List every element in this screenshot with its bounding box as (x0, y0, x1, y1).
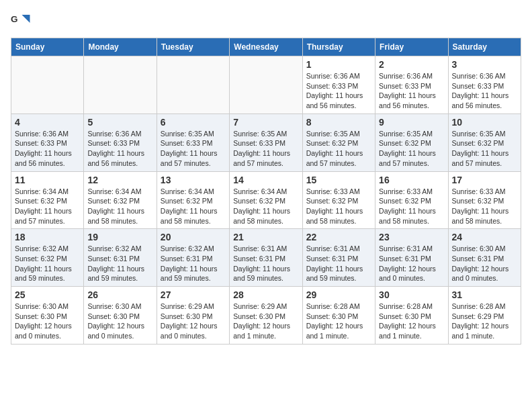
calendar-day (230, 56, 302, 114)
day-number: 26 (87, 289, 152, 300)
day-info: Sunrise: 6:30 AMSunset: 6:30 PMDaylight:… (15, 302, 80, 341)
day-info: Sunrise: 6:36 AMSunset: 6:33 PMDaylight:… (306, 71, 371, 111)
calendar-day: 23Sunrise: 6:31 AMSunset: 6:31 PMDayligh… (375, 229, 448, 287)
day-info: Sunrise: 6:28 AMSunset: 6:29 PMDaylight:… (452, 302, 517, 341)
weekday-header-monday: Monday (84, 38, 157, 56)
day-number: 13 (161, 175, 226, 185)
calendar-day: 10Sunrise: 6:35 AMSunset: 6:32 PMDayligh… (448, 113, 521, 171)
day-number: 18 (15, 232, 80, 242)
weekday-header-thursday: Thursday (302, 38, 375, 56)
calendar-day: 7Sunrise: 6:35 AMSunset: 6:33 PMDaylight… (230, 113, 302, 171)
day-info: Sunrise: 6:29 AMSunset: 6:30 PMDaylight:… (233, 302, 298, 341)
calendar-day: 26Sunrise: 6:30 AMSunset: 6:30 PMDayligh… (84, 287, 157, 345)
weekday-header-friday: Friday (375, 38, 448, 56)
day-number: 20 (161, 232, 226, 242)
day-info: Sunrise: 6:31 AMSunset: 6:31 PMDaylight:… (233, 244, 298, 283)
day-info: Sunrise: 6:34 AMSunset: 6:32 PMDaylight:… (161, 187, 226, 226)
day-number: 15 (306, 175, 371, 185)
day-info: Sunrise: 6:33 AMSunset: 6:32 PMDaylight:… (306, 187, 371, 226)
day-info: Sunrise: 6:32 AMSunset: 6:32 PMDaylight:… (15, 244, 80, 283)
day-number: 30 (379, 289, 444, 300)
day-number: 31 (452, 289, 517, 300)
day-number: 8 (306, 117, 371, 128)
logo-icon: G (11, 11, 31, 31)
calendar-day: 1Sunrise: 6:36 AMSunset: 6:33 PMDaylight… (302, 56, 375, 114)
day-info: Sunrise: 6:35 AMSunset: 6:32 PMDaylight:… (306, 129, 371, 169)
day-info: Sunrise: 6:28 AMSunset: 6:30 PMDaylight:… (306, 302, 371, 341)
day-number: 6 (161, 117, 226, 128)
svg-marker-1 (22, 15, 30, 23)
day-info: Sunrise: 6:29 AMSunset: 6:30 PMDaylight:… (161, 302, 226, 341)
day-number: 3 (452, 59, 517, 70)
day-info: Sunrise: 6:35 AMSunset: 6:32 PMDaylight:… (379, 129, 444, 169)
day-info: Sunrise: 6:33 AMSunset: 6:32 PMDaylight:… (379, 187, 444, 226)
day-number: 28 (233, 289, 298, 300)
calendar-day: 12Sunrise: 6:34 AMSunset: 6:32 PMDayligh… (84, 171, 157, 229)
calendar-day: 29Sunrise: 6:28 AMSunset: 6:30 PMDayligh… (302, 287, 375, 345)
day-number: 4 (15, 117, 80, 128)
calendar-day: 24Sunrise: 6:30 AMSunset: 6:31 PMDayligh… (448, 229, 521, 287)
calendar-day: 30Sunrise: 6:28 AMSunset: 6:30 PMDayligh… (375, 287, 448, 345)
calendar-day: 21Sunrise: 6:31 AMSunset: 6:31 PMDayligh… (230, 229, 302, 287)
day-number: 17 (452, 175, 517, 185)
day-number: 10 (452, 117, 517, 128)
day-info: Sunrise: 6:36 AMSunset: 6:33 PMDaylight:… (87, 129, 152, 169)
day-number: 11 (15, 175, 80, 185)
weekday-header-sunday: Sunday (11, 38, 84, 56)
day-info: Sunrise: 6:35 AMSunset: 6:33 PMDaylight:… (161, 129, 226, 169)
calendar-table: SundayMondayTuesdayWednesdayThursdayFrid… (11, 38, 521, 345)
weekday-header-wednesday: Wednesday (230, 38, 302, 56)
day-number: 24 (452, 232, 517, 242)
calendar-day: 13Sunrise: 6:34 AMSunset: 6:32 PMDayligh… (157, 171, 229, 229)
day-number: 7 (233, 117, 298, 128)
day-info: Sunrise: 6:32 AMSunset: 6:31 PMDaylight:… (161, 244, 226, 283)
calendar-day: 6Sunrise: 6:35 AMSunset: 6:33 PMDaylight… (157, 113, 229, 171)
calendar-week-row: 25Sunrise: 6:30 AMSunset: 6:30 PMDayligh… (11, 287, 521, 345)
day-info: Sunrise: 6:28 AMSunset: 6:30 PMDaylight:… (379, 302, 444, 341)
day-info: Sunrise: 6:30 AMSunset: 6:31 PMDaylight:… (452, 244, 517, 283)
day-number: 16 (379, 175, 444, 185)
calendar-day: 27Sunrise: 6:29 AMSunset: 6:30 PMDayligh… (157, 287, 229, 345)
calendar-day: 3Sunrise: 6:36 AMSunset: 6:33 PMDaylight… (448, 56, 521, 114)
calendar-day: 22Sunrise: 6:31 AMSunset: 6:31 PMDayligh… (302, 229, 375, 287)
calendar-day: 20Sunrise: 6:32 AMSunset: 6:31 PMDayligh… (157, 229, 229, 287)
calendar-day: 14Sunrise: 6:34 AMSunset: 6:32 PMDayligh… (230, 171, 302, 229)
calendar-week-row: 1Sunrise: 6:36 AMSunset: 6:33 PMDaylight… (11, 56, 521, 114)
calendar-day: 31Sunrise: 6:28 AMSunset: 6:29 PMDayligh… (448, 287, 521, 345)
calendar-day: 15Sunrise: 6:33 AMSunset: 6:32 PMDayligh… (302, 171, 375, 229)
calendar-week-row: 11Sunrise: 6:34 AMSunset: 6:32 PMDayligh… (11, 171, 521, 229)
day-info: Sunrise: 6:30 AMSunset: 6:30 PMDaylight:… (87, 302, 152, 341)
day-number: 19 (87, 232, 152, 242)
day-number: 27 (161, 289, 226, 300)
weekday-header-tuesday: Tuesday (157, 38, 229, 56)
calendar-day: 9Sunrise: 6:35 AMSunset: 6:32 PMDaylight… (375, 113, 448, 171)
calendar-day (157, 56, 229, 114)
day-info: Sunrise: 6:33 AMSunset: 6:32 PMDaylight:… (452, 187, 517, 226)
calendar-day: 11Sunrise: 6:34 AMSunset: 6:32 PMDayligh… (11, 171, 84, 229)
day-number: 5 (87, 117, 152, 128)
day-number: 9 (379, 117, 444, 128)
calendar-day: 2Sunrise: 6:36 AMSunset: 6:33 PMDaylight… (375, 56, 448, 114)
day-info: Sunrise: 6:32 AMSunset: 6:31 PMDaylight:… (87, 244, 152, 283)
calendar-day (84, 56, 157, 114)
calendar-day: 4Sunrise: 6:36 AMSunset: 6:33 PMDaylight… (11, 113, 84, 171)
day-info: Sunrise: 6:34 AMSunset: 6:32 PMDaylight:… (15, 187, 80, 226)
day-number: 23 (379, 232, 444, 242)
day-number: 2 (379, 59, 444, 70)
calendar-day: 5Sunrise: 6:36 AMSunset: 6:33 PMDaylight… (84, 113, 157, 171)
calendar-week-row: 4Sunrise: 6:36 AMSunset: 6:33 PMDaylight… (11, 113, 521, 171)
calendar-day: 18Sunrise: 6:32 AMSunset: 6:32 PMDayligh… (11, 229, 84, 287)
svg-text:G: G (11, 14, 18, 24)
day-info: Sunrise: 6:36 AMSunset: 6:33 PMDaylight:… (379, 71, 444, 111)
calendar-day: 25Sunrise: 6:30 AMSunset: 6:30 PMDayligh… (11, 287, 84, 345)
day-number: 22 (306, 232, 371, 242)
calendar-day: 8Sunrise: 6:35 AMSunset: 6:32 PMDaylight… (302, 113, 375, 171)
day-number: 21 (233, 232, 298, 242)
calendar-week-row: 18Sunrise: 6:32 AMSunset: 6:32 PMDayligh… (11, 229, 521, 287)
day-number: 12 (87, 175, 152, 185)
day-number: 14 (233, 175, 298, 185)
day-info: Sunrise: 6:34 AMSunset: 6:32 PMDaylight:… (87, 187, 152, 226)
calendar-day: 28Sunrise: 6:29 AMSunset: 6:30 PMDayligh… (230, 287, 302, 345)
page-header: G (11, 11, 521, 31)
weekday-header-saturday: Saturday (448, 38, 521, 56)
